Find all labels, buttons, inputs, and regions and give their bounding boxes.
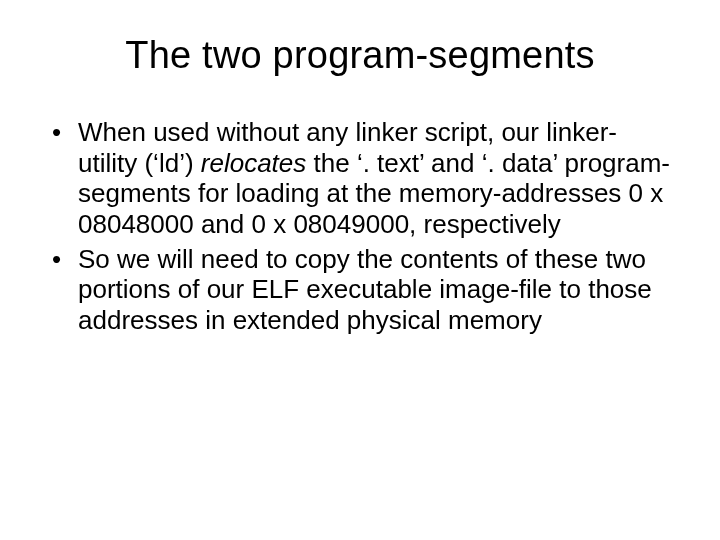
bullet-text-em: relocates: [201, 148, 307, 178]
list-item: So we will need to copy the contents of …: [48, 244, 672, 336]
slide-title: The two program-segments: [48, 34, 672, 77]
slide-body: When used without any linker script, our…: [48, 117, 672, 336]
bullet-text-pre: So we will need to copy the contents of …: [78, 244, 652, 335]
list-item: When used without any linker script, our…: [48, 117, 672, 240]
bullet-list: When used without any linker script, our…: [48, 117, 672, 336]
slide: The two program-segments When used witho…: [0, 0, 720, 540]
